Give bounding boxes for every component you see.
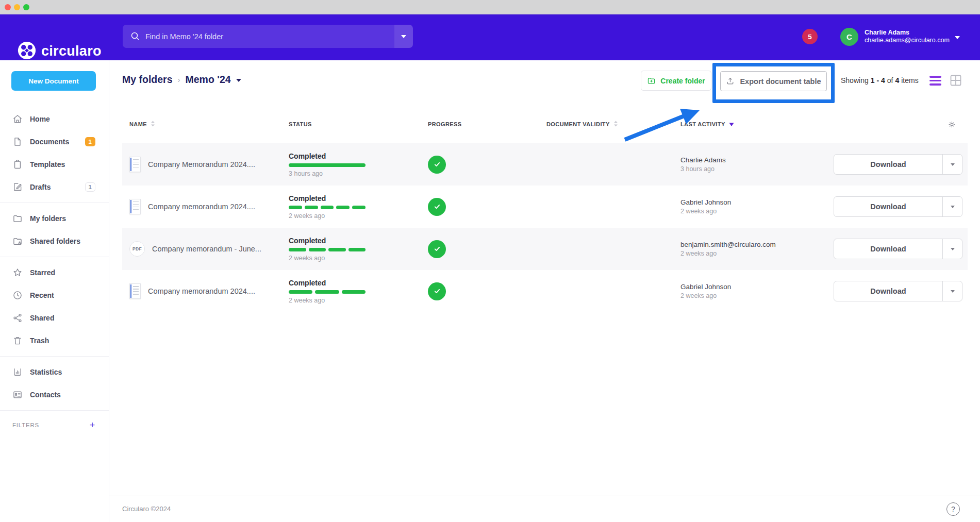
download-button[interactable]: Download — [834, 239, 942, 259]
search-input[interactable] — [123, 25, 413, 48]
sidebar-item-shared-folders[interactable]: Shared folders — [0, 230, 109, 252]
sidebar-item-documents[interactable]: Documents1 — [0, 130, 109, 153]
table-row[interactable]: PDFCompany memorandum - June...Completed… — [122, 228, 968, 270]
document-name[interactable]: Company memorandum 2024.... — [148, 203, 255, 211]
folder-chevron-down-icon[interactable] — [236, 79, 241, 82]
close-window-button[interactable] — [5, 4, 11, 10]
download-button[interactable]: Download — [834, 197, 942, 216]
progress-cell — [428, 282, 546, 300]
main-content: My folders › Memo '24 Create folder Expo… — [109, 60, 980, 522]
download-options-dropdown[interactable] — [942, 239, 962, 259]
user-email: charlie.adams@circularo.com — [865, 37, 950, 44]
column-label: STATUS — [289, 121, 312, 127]
create-folder-button[interactable]: Create folder — [641, 71, 711, 91]
sidebar-item-label: Drafts — [30, 183, 51, 191]
document-name[interactable]: Company memorandum 2024.... — [148, 287, 255, 295]
new-document-button[interactable]: New Document — [11, 71, 96, 91]
avatar[interactable]: C — [840, 28, 858, 46]
sidebar-item-shared[interactable]: Shared — [0, 307, 109, 329]
completed-check-icon — [428, 282, 446, 300]
app-header: circularo 5 C Charlie Adams charlie.adam… — [0, 14, 980, 60]
table-row[interactable]: Company Memorandum 2024....Completed3 ho… — [122, 143, 968, 186]
breadcrumb-root[interactable]: My folders — [122, 74, 173, 86]
column-label: LAST ACTIVITY — [680, 121, 725, 127]
sidebar-item-label: Documents — [30, 138, 69, 146]
document-name-cell: Company memorandum 2024.... — [122, 199, 289, 214]
column-header-last-activity[interactable]: LAST ACTIVITY — [680, 121, 830, 127]
sidebar-divider — [0, 410, 109, 411]
sort-desc-icon[interactable] — [729, 121, 734, 127]
column-header-document-validity[interactable]: DOCUMENT VALIDITY — [546, 121, 680, 128]
status-cell: Completed2 weeks ago — [289, 194, 428, 220]
sidebar-item-drafts[interactable]: Drafts1 — [0, 176, 109, 198]
status-time: 3 hours ago — [289, 170, 428, 177]
activity-user: Gabriel Johnson — [680, 283, 830, 291]
add-filter-button[interactable]: + — [90, 420, 95, 431]
completed-check-icon — [428, 240, 446, 258]
sidebar-item-recent[interactable]: Recent — [0, 284, 109, 307]
sidebar-item-templates[interactable]: Templates — [0, 153, 109, 176]
download-options-dropdown[interactable] — [942, 281, 962, 301]
download-options-dropdown[interactable] — [942, 197, 962, 216]
help-button[interactable]: ? — [946, 502, 960, 516]
column-header-name[interactable]: NAME — [122, 121, 289, 128]
zoom-window-button[interactable] — [23, 4, 29, 10]
breadcrumb: My folders › Memo '24 — [122, 74, 241, 86]
circularo-logo-icon — [18, 41, 36, 60]
breadcrumb-current[interactable]: Memo '24 — [186, 74, 231, 86]
search-options-dropdown[interactable] — [394, 25, 413, 48]
progress-bar — [289, 290, 366, 294]
sidebar-item-statistics[interactable]: Statistics — [0, 361, 109, 383]
sidebar-divider — [0, 203, 109, 203]
home-icon — [12, 114, 23, 124]
grid-view-toggle[interactable] — [950, 75, 961, 86]
column-header-progress[interactable]: PROGRESS — [428, 121, 546, 127]
column-label: DOCUMENT VALIDITY — [546, 121, 610, 127]
progress-bar — [289, 248, 366, 251]
copyright-text: Circularo ©2024 — [122, 505, 171, 513]
sort-icon[interactable] — [613, 121, 618, 128]
last-activity-cell: Charlie Adams3 hours ago — [680, 156, 830, 173]
sidebar-item-trash[interactable]: Trash — [0, 329, 109, 352]
document-name-cell: Company Memorandum 2024.... — [122, 157, 289, 172]
sidebar-item-label: Starred — [30, 268, 55, 277]
sort-icon[interactable] — [151, 121, 155, 128]
download-options-dropdown[interactable] — [942, 155, 962, 174]
download-button[interactable]: Download — [834, 281, 942, 301]
sidebar-item-home[interactable]: Home — [0, 108, 109, 130]
completed-check-icon — [428, 198, 446, 216]
column-label: PROGRESS — [428, 121, 462, 127]
sidebar-item-contacts[interactable]: Contacts — [0, 383, 109, 406]
sidebar-item-starred[interactable]: Starred — [0, 261, 109, 284]
document-name[interactable]: Company memorandum - June... — [152, 245, 261, 253]
sidebar-item-my-folders[interactable]: My folders — [0, 207, 109, 230]
chevron-down-icon — [401, 35, 406, 38]
notification-badge[interactable]: 5 — [802, 29, 818, 44]
minimize-window-button[interactable] — [14, 4, 20, 10]
table-settings-gear-icon[interactable] — [830, 120, 968, 129]
progress-cell — [428, 156, 546, 174]
table-row[interactable]: Company memorandum 2024....Completed2 we… — [122, 186, 968, 228]
download-button[interactable]: Download — [834, 155, 942, 174]
template-icon — [12, 159, 23, 170]
table-row[interactable]: Company memorandum 2024....Completed2 we… — [122, 270, 968, 312]
sidebar-item-label: Contacts — [30, 391, 61, 399]
column-header-status[interactable]: STATUS — [289, 121, 428, 127]
download-split-button: Download — [834, 154, 962, 175]
chevron-down-icon — [951, 206, 955, 208]
app-window: circularo 5 C Charlie Adams charlie.adam… — [0, 0, 980, 522]
export-document-table-button[interactable]: Export document table — [720, 71, 827, 91]
user-menu[interactable]: Charlie Adams charlie.adams@circularo.co… — [865, 29, 950, 44]
sidebar: New Document HomeDocuments1TemplatesDraf… — [0, 60, 109, 522]
document-thumbnail-icon — [129, 283, 141, 299]
list-view-toggle[interactable] — [929, 76, 941, 86]
showing-items-count: Showing 1 - 4 of 4 items — [841, 76, 919, 85]
user-menu-chevron-down-icon[interactable] — [955, 36, 960, 39]
last-activity-cell: benjamin.smith@circularo.com2 weeks ago — [680, 241, 830, 257]
clock-icon — [12, 290, 23, 300]
create-folder-label: Create folder — [660, 77, 705, 85]
document-name[interactable]: Company Memorandum 2024.... — [148, 160, 255, 169]
sidebar-item-label: Shared — [30, 314, 54, 322]
sidebar-item-label: Trash — [30, 336, 49, 345]
table-header-row: NAMESTATUSPROGRESSDOCUMENT VALIDITYLAST … — [122, 116, 968, 132]
